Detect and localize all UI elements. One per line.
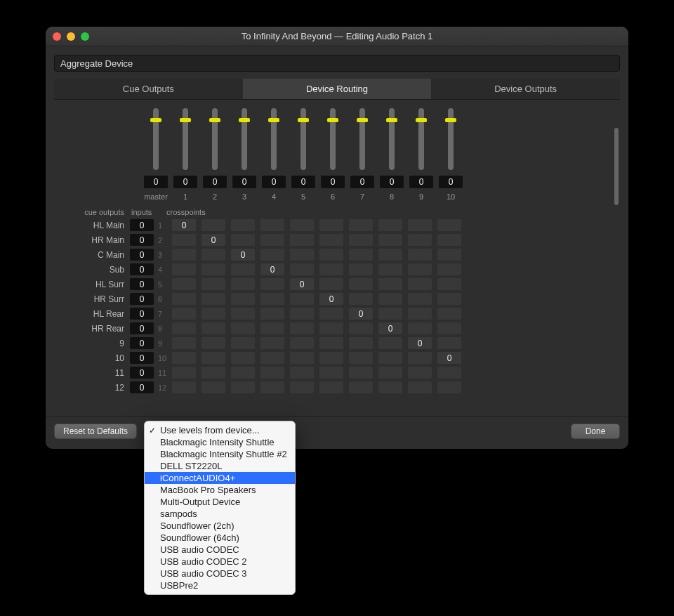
crosspoint-cell[interactable] <box>378 234 402 246</box>
column-value[interactable]: 0 <box>350 176 374 188</box>
row-input-value[interactable]: 0 <box>130 308 154 320</box>
crosspoint-cell[interactable] <box>378 263 402 275</box>
crosspoint-cell[interactable] <box>231 263 255 275</box>
popup-item[interactable]: USBPre2 <box>145 579 295 591</box>
popup-item[interactable]: Soundflower (2ch) <box>145 520 295 532</box>
column-value[interactable]: 0 <box>262 176 286 188</box>
popup-item[interactable]: iConnectAUDIO4+ <box>145 472 295 484</box>
slider-thumb[interactable] <box>416 118 427 122</box>
popup-item[interactable]: USB audio CODEC 2 <box>145 556 295 568</box>
crosspoint-cell[interactable] <box>319 249 343 261</box>
crosspoint-cell[interactable] <box>290 367 314 379</box>
crosspoint-cell[interactable] <box>378 352 402 364</box>
crosspoint-cell[interactable] <box>408 278 432 290</box>
row-input-value[interactable]: 0 <box>130 381 154 393</box>
column-value[interactable]: 0 <box>409 176 433 188</box>
crosspoint-cell[interactable] <box>231 322 255 334</box>
crosspoint-cell[interactable] <box>201 219 225 231</box>
row-input-value[interactable]: 0 <box>130 293 154 305</box>
minimize-icon[interactable] <box>67 32 75 41</box>
crosspoint-cell[interactable] <box>260 308 284 320</box>
crosspoint-cell[interactable] <box>378 219 402 231</box>
crosspoint-cell[interactable] <box>201 278 225 290</box>
crosspoint-cell[interactable] <box>260 322 284 334</box>
popup-item[interactable]: ✓Use levels from device... <box>145 424 295 436</box>
slider-thumb[interactable] <box>298 118 309 122</box>
slider-thumb[interactable] <box>357 118 368 122</box>
column-value[interactable]: 0 <box>173 176 197 188</box>
crosspoint-cell[interactable] <box>201 367 225 379</box>
reset-button[interactable]: Reset to Defaults <box>54 424 137 439</box>
crosspoint-cell[interactable] <box>290 234 314 246</box>
crosspoint-cell[interactable] <box>231 278 255 290</box>
crosspoint-cell[interactable] <box>260 278 284 290</box>
level-slider[interactable] <box>271 108 277 170</box>
column-value[interactable]: 0 <box>321 176 345 188</box>
level-slider[interactable] <box>242 108 247 170</box>
crosspoint-cell[interactable] <box>290 322 314 334</box>
crosspoint-cell[interactable] <box>408 293 432 305</box>
row-input-value[interactable]: 0 <box>130 219 154 231</box>
crosspoint-cell[interactable] <box>172 308 196 320</box>
crosspoint-cell[interactable]: 0 <box>408 337 432 349</box>
crosspoint-cell[interactable] <box>437 263 461 275</box>
crosspoint-cell[interactable] <box>437 219 461 231</box>
tab-cue-outputs[interactable]: Cue Outputs <box>54 79 243 100</box>
crosspoint-cell[interactable] <box>201 263 225 275</box>
row-input-value[interactable]: 0 <box>130 234 154 246</box>
level-slider[interactable] <box>153 108 159 170</box>
crosspoint-cell[interactable] <box>319 322 343 334</box>
popup-item[interactable]: DELL ST2220L <box>145 460 295 472</box>
level-slider[interactable] <box>330 108 336 170</box>
crosspoint-cell[interactable] <box>260 249 284 261</box>
row-input-value[interactable]: 0 <box>130 337 154 349</box>
crosspoint-cell[interactable] <box>172 278 196 290</box>
crosspoint-cell[interactable] <box>319 381 343 393</box>
crosspoint-cell[interactable] <box>437 337 461 349</box>
crosspoint-cell[interactable] <box>290 293 314 305</box>
crosspoint-cell[interactable] <box>349 352 373 364</box>
row-input-value[interactable]: 0 <box>130 352 154 364</box>
crosspoint-cell[interactable] <box>231 337 255 349</box>
crosspoint-cell[interactable]: 0 <box>319 293 343 305</box>
crosspoint-cell[interactable] <box>231 219 255 231</box>
row-input-value[interactable]: 0 <box>130 322 154 334</box>
crosspoint-cell[interactable] <box>408 249 432 261</box>
crosspoint-cell[interactable] <box>201 293 225 305</box>
crosspoint-cell[interactable] <box>231 293 255 305</box>
crosspoint-cell[interactable]: 0 <box>349 308 373 320</box>
close-icon[interactable] <box>53 32 61 41</box>
crosspoint-cell[interactable] <box>378 249 402 261</box>
popup-item[interactable]: sampods <box>145 508 295 520</box>
crosspoint-cell[interactable] <box>378 367 402 379</box>
crosspoint-cell[interactable] <box>172 293 196 305</box>
crosspoint-cell[interactable] <box>378 337 402 349</box>
crosspoint-cell[interactable] <box>290 381 314 393</box>
popup-item[interactable]: Blackmagic Intensity Shuttle #2 <box>145 448 295 460</box>
slider-thumb[interactable] <box>386 118 397 122</box>
crosspoint-cell[interactable]: 0 <box>172 219 196 231</box>
crosspoint-cell[interactable] <box>172 322 196 334</box>
slider-thumb[interactable] <box>445 118 456 122</box>
level-slider[interactable] <box>212 108 218 170</box>
column-value[interactable]: 0 <box>232 176 256 188</box>
crosspoint-cell[interactable]: 0 <box>231 249 255 261</box>
crosspoint-cell[interactable] <box>437 381 461 393</box>
crosspoint-cell[interactable] <box>319 367 343 379</box>
crosspoint-cell[interactable] <box>319 219 343 231</box>
row-input-value[interactable]: 0 <box>130 263 154 275</box>
row-input-value[interactable]: 0 <box>130 278 154 290</box>
crosspoint-cell[interactable] <box>201 352 225 364</box>
crosspoint-cell[interactable] <box>437 234 461 246</box>
slider-thumb[interactable] <box>150 118 161 122</box>
crosspoint-cell[interactable]: 0 <box>260 263 284 275</box>
crosspoint-cell[interactable] <box>378 293 402 305</box>
crosspoint-cell[interactable] <box>290 263 314 275</box>
crosspoint-cell[interactable] <box>260 337 284 349</box>
tab-device-outputs[interactable]: Device Outputs <box>431 79 620 100</box>
crosspoint-cell[interactable] <box>231 367 255 379</box>
crosspoint-cell[interactable] <box>349 234 373 246</box>
slider-thumb[interactable] <box>209 118 220 122</box>
crosspoint-cell[interactable] <box>319 337 343 349</box>
crosspoint-cell[interactable] <box>349 293 373 305</box>
